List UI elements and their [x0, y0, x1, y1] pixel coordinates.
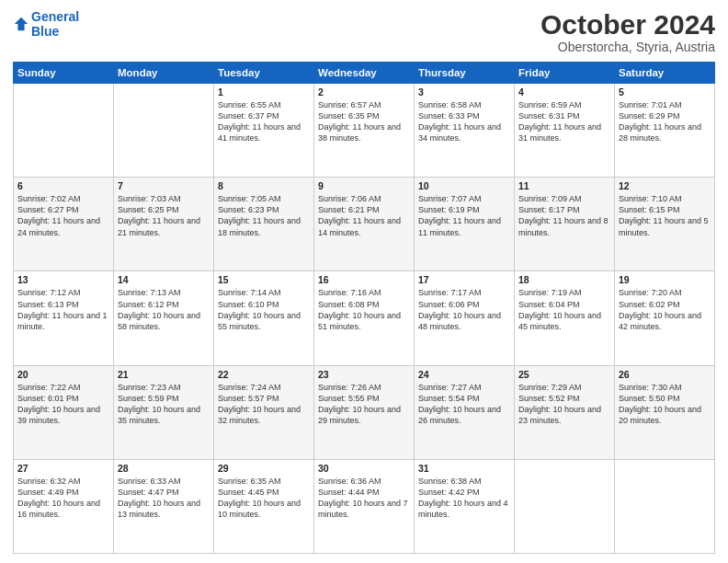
day-info: Sunrise: 7:09 AM Sunset: 6:17 PM Dayligh…: [518, 193, 610, 238]
calendar-cell: 20Sunrise: 7:22 AM Sunset: 6:01 PM Dayli…: [14, 365, 114, 459]
day-info: Sunrise: 7:13 AM Sunset: 6:12 PM Dayligh…: [118, 287, 210, 332]
day-info: Sunrise: 6:59 AM Sunset: 6:31 PM Dayligh…: [518, 99, 610, 144]
day-number: 15: [218, 274, 310, 285]
weekday-header-tuesday: Tuesday: [214, 63, 314, 84]
day-number: 10: [418, 180, 510, 191]
calendar-cell: 27Sunrise: 6:32 AM Sunset: 4:49 PM Dayli…: [14, 459, 114, 553]
week-row-2: 6Sunrise: 7:02 AM Sunset: 6:27 PM Daylig…: [14, 178, 715, 271]
weekday-header-row: SundayMondayTuesdayWednesdayThursdayFrid…: [14, 63, 715, 84]
day-info: Sunrise: 6:36 AM Sunset: 4:44 PM Dayligh…: [318, 476, 410, 521]
calendar-cell: 28Sunrise: 6:33 AM Sunset: 4:47 PM Dayli…: [114, 459, 214, 553]
svg-marker-0: [15, 17, 28, 30]
calendar-cell: 9Sunrise: 7:06 AM Sunset: 6:21 PM Daylig…: [314, 178, 415, 271]
calendar-cell: 29Sunrise: 6:35 AM Sunset: 4:45 PM Dayli…: [214, 459, 314, 553]
calendar-cell: 15Sunrise: 7:14 AM Sunset: 6:10 PM Dayli…: [214, 271, 314, 365]
day-number: 31: [418, 463, 510, 474]
day-number: 4: [518, 86, 610, 98]
calendar-cell: 10Sunrise: 7:07 AM Sunset: 6:19 PM Dayli…: [415, 178, 515, 271]
calendar-cell: 13Sunrise: 7:12 AM Sunset: 6:13 PM Dayli…: [14, 271, 114, 365]
day-info: Sunrise: 7:05 AM Sunset: 6:23 PM Dayligh…: [218, 193, 310, 238]
week-row-1: 1Sunrise: 6:55 AM Sunset: 6:37 PM Daylig…: [14, 84, 715, 178]
weekday-header-friday: Friday: [515, 63, 615, 84]
day-number: 11: [518, 180, 610, 191]
calendar-cell: 23Sunrise: 7:26 AM Sunset: 5:55 PM Dayli…: [314, 365, 415, 459]
day-number: 9: [318, 180, 410, 191]
day-number: 6: [17, 180, 109, 191]
day-info: Sunrise: 7:30 AM Sunset: 5:50 PM Dayligh…: [619, 382, 711, 427]
title-block: October 2024 Oberstorcha, Styria, Austri…: [540, 9, 715, 54]
calendar-cell: 1Sunrise: 6:55 AM Sunset: 6:37 PM Daylig…: [214, 84, 314, 178]
day-number: 18: [518, 274, 610, 285]
logo-text: General Blue: [31, 9, 79, 39]
calendar-cell: 7Sunrise: 7:03 AM Sunset: 6:25 PM Daylig…: [114, 178, 214, 271]
day-info: Sunrise: 7:27 AM Sunset: 5:54 PM Dayligh…: [418, 382, 510, 427]
calendar-body: 1Sunrise: 6:55 AM Sunset: 6:37 PM Daylig…: [14, 84, 715, 554]
day-info: Sunrise: 7:06 AM Sunset: 6:21 PM Dayligh…: [318, 193, 410, 238]
calendar-cell: [114, 84, 214, 178]
day-info: Sunrise: 7:29 AM Sunset: 5:52 PM Dayligh…: [518, 382, 610, 427]
week-row-3: 13Sunrise: 7:12 AM Sunset: 6:13 PM Dayli…: [14, 271, 715, 365]
day-info: Sunrise: 7:26 AM Sunset: 5:55 PM Dayligh…: [318, 382, 410, 427]
day-info: Sunrise: 7:12 AM Sunset: 6:13 PM Dayligh…: [17, 287, 109, 332]
calendar-cell: 25Sunrise: 7:29 AM Sunset: 5:52 PM Dayli…: [515, 365, 615, 459]
day-number: 7: [118, 180, 210, 191]
week-row-5: 27Sunrise: 6:32 AM Sunset: 4:49 PM Dayli…: [14, 459, 715, 553]
day-number: 19: [619, 274, 711, 285]
calendar-cell: 30Sunrise: 6:36 AM Sunset: 4:44 PM Dayli…: [314, 459, 415, 553]
calendar-cell: 26Sunrise: 7:30 AM Sunset: 5:50 PM Dayli…: [615, 365, 715, 459]
day-info: Sunrise: 6:32 AM Sunset: 4:49 PM Dayligh…: [17, 476, 109, 521]
day-info: Sunrise: 7:16 AM Sunset: 6:08 PM Dayligh…: [318, 287, 410, 332]
day-info: Sunrise: 6:35 AM Sunset: 4:45 PM Dayligh…: [218, 476, 310, 521]
day-number: 21: [118, 369, 210, 380]
day-info: Sunrise: 7:14 AM Sunset: 6:10 PM Dayligh…: [218, 287, 310, 332]
day-number: 28: [118, 463, 210, 474]
calendar-cell: 16Sunrise: 7:16 AM Sunset: 6:08 PM Dayli…: [314, 271, 415, 365]
day-number: 22: [218, 369, 310, 380]
logo: General Blue: [13, 9, 79, 39]
calendar-cell: 21Sunrise: 7:23 AM Sunset: 5:59 PM Dayli…: [114, 365, 214, 459]
calendar-table: SundayMondayTuesdayWednesdayThursdayFrid…: [13, 62, 715, 554]
calendar-cell: 8Sunrise: 7:05 AM Sunset: 6:23 PM Daylig…: [214, 178, 314, 271]
logo-icon: [13, 16, 29, 32]
calendar-cell: 22Sunrise: 7:24 AM Sunset: 5:57 PM Dayli…: [214, 365, 314, 459]
calendar-cell: 3Sunrise: 6:58 AM Sunset: 6:33 PM Daylig…: [415, 84, 515, 178]
weekday-header-monday: Monday: [114, 63, 214, 84]
weekday-header-saturday: Saturday: [615, 63, 715, 84]
weekday-header-sunday: Sunday: [14, 63, 114, 84]
day-number: 5: [619, 86, 711, 98]
day-number: 3: [418, 86, 510, 98]
day-info: Sunrise: 6:58 AM Sunset: 6:33 PM Dayligh…: [418, 99, 510, 144]
day-info: Sunrise: 7:24 AM Sunset: 5:57 PM Dayligh…: [218, 382, 310, 427]
calendar-cell: 4Sunrise: 6:59 AM Sunset: 6:31 PM Daylig…: [515, 84, 615, 178]
day-info: Sunrise: 7:10 AM Sunset: 6:15 PM Dayligh…: [619, 193, 711, 238]
month-year: October 2024: [540, 9, 715, 40]
calendar-cell: 19Sunrise: 7:20 AM Sunset: 6:02 PM Dayli…: [615, 271, 715, 365]
day-number: 29: [218, 463, 310, 474]
calendar-cell: 2Sunrise: 6:57 AM Sunset: 6:35 PM Daylig…: [314, 84, 415, 178]
day-info: Sunrise: 7:02 AM Sunset: 6:27 PM Dayligh…: [17, 193, 109, 238]
day-info: Sunrise: 7:17 AM Sunset: 6:06 PM Dayligh…: [418, 287, 510, 332]
day-number: 30: [318, 463, 410, 474]
day-number: 26: [619, 369, 711, 380]
day-info: Sunrise: 6:55 AM Sunset: 6:37 PM Dayligh…: [218, 99, 310, 144]
day-number: 17: [418, 274, 510, 285]
day-number: 27: [17, 463, 109, 474]
day-info: Sunrise: 7:07 AM Sunset: 6:19 PM Dayligh…: [418, 193, 510, 238]
weekday-header-thursday: Thursday: [415, 63, 515, 84]
day-number: 14: [118, 274, 210, 285]
day-info: Sunrise: 6:57 AM Sunset: 6:35 PM Dayligh…: [318, 99, 410, 144]
day-info: Sunrise: 7:20 AM Sunset: 6:02 PM Dayligh…: [619, 287, 711, 332]
week-row-4: 20Sunrise: 7:22 AM Sunset: 6:01 PM Dayli…: [14, 365, 715, 459]
calendar-cell: 18Sunrise: 7:19 AM Sunset: 6:04 PM Dayli…: [515, 271, 615, 365]
calendar-cell: [615, 459, 715, 553]
day-info: Sunrise: 6:33 AM Sunset: 4:47 PM Dayligh…: [118, 476, 210, 521]
day-number: 23: [318, 369, 410, 380]
day-number: 25: [518, 369, 610, 380]
page: General Blue October 2024 Oberstorcha, S…: [0, 0, 728, 563]
header: General Blue October 2024 Oberstorcha, S…: [13, 9, 715, 54]
day-info: Sunrise: 6:38 AM Sunset: 4:42 PM Dayligh…: [418, 476, 510, 521]
calendar-cell: 24Sunrise: 7:27 AM Sunset: 5:54 PM Dayli…: [415, 365, 515, 459]
calendar-cell: 31Sunrise: 6:38 AM Sunset: 4:42 PM Dayli…: [415, 459, 515, 553]
calendar-cell: 17Sunrise: 7:17 AM Sunset: 6:06 PM Dayli…: [415, 271, 515, 365]
day-number: 12: [619, 180, 711, 191]
